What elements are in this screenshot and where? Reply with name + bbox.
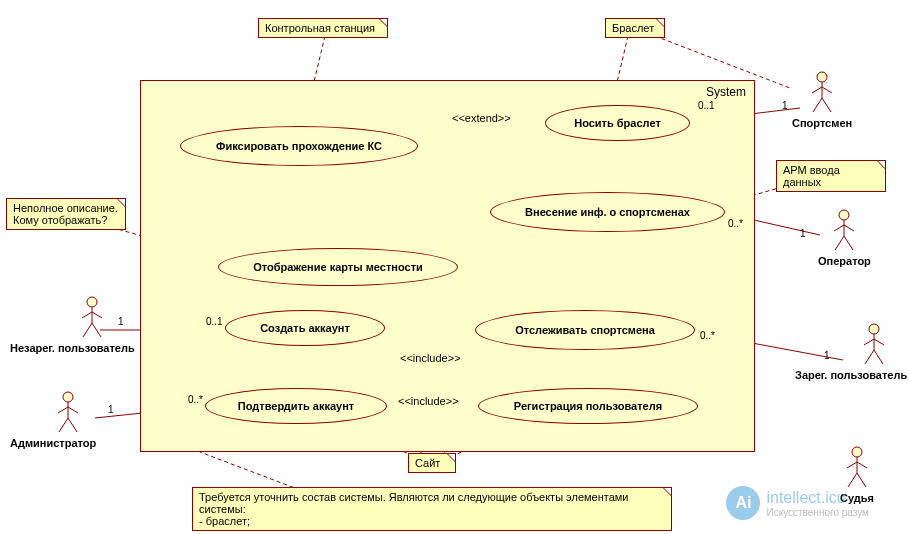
rel-include-label-2: <<include>> <box>400 352 461 364</box>
watermark-brand: intellect.icu <box>766 489 869 507</box>
svg-line-33 <box>864 339 874 345</box>
usecase-track-athlete: Отслеживать спортсмена <box>475 310 695 350</box>
usecase-wear-bracelet: Носить браслет <box>545 105 690 141</box>
svg-line-29 <box>835 236 844 250</box>
svg-line-39 <box>847 462 857 468</box>
mult-create-uc: 0..1 <box>206 316 223 327</box>
svg-point-31 <box>869 324 879 334</box>
svg-line-52 <box>68 407 78 413</box>
usecase-create-account: Создать аккаунт <box>225 310 385 346</box>
note-site: Сайт <box>408 453 456 473</box>
mult-operator: 1 <box>800 228 806 239</box>
note-bracelet: Браслет <box>605 18 665 38</box>
svg-line-42 <box>857 473 866 487</box>
note-composition: Требуется уточнить состав системы. Являю… <box>192 487 672 531</box>
svg-line-23 <box>813 98 822 112</box>
actor-operator: Оператор <box>818 208 871 267</box>
svg-line-40 <box>857 462 867 468</box>
svg-line-45 <box>82 312 92 318</box>
svg-line-22 <box>822 87 832 93</box>
usecase-enter-info: Внесение инф. о спортсменах <box>490 192 725 232</box>
mult-enter-uc: 0..* <box>728 218 743 229</box>
actor-reg-user: Зарег. пользователь <box>840 322 907 381</box>
watermark: Ai intellect.icu Искусственного разум <box>726 486 869 520</box>
svg-point-49 <box>63 392 73 402</box>
actor-label: Спортсмен <box>792 117 852 129</box>
rel-extend-label: <<extend>> <box>452 112 511 124</box>
svg-line-21 <box>812 87 822 93</box>
note-incomplete: Неполное описание. Кому отображать? <box>6 198 126 230</box>
svg-line-54 <box>68 418 77 432</box>
actor-label: Незарег. пользователь <box>10 342 135 354</box>
svg-line-51 <box>58 407 68 413</box>
note-control-station: Контрольная станция <box>258 18 388 38</box>
actor-label: Администратор <box>10 437 96 449</box>
mult-admin: 1 <box>108 404 114 415</box>
mult-sportsman: 1 <box>782 100 788 111</box>
usecase-show-map: Отображение карты местности <box>218 248 458 286</box>
actor-sportsman: Спортсмен <box>792 70 852 129</box>
svg-point-25 <box>839 210 849 220</box>
svg-line-47 <box>83 323 92 337</box>
mult-confirm-uc: 0..* <box>188 394 203 405</box>
svg-line-36 <box>874 350 883 364</box>
svg-line-24 <box>822 98 831 112</box>
usecase-register-user: Регистрация пользователя <box>478 388 698 424</box>
svg-line-48 <box>92 323 101 337</box>
actor-admin: Администратор <box>40 390 96 449</box>
svg-line-35 <box>865 350 874 364</box>
svg-point-43 <box>87 297 97 307</box>
svg-line-27 <box>834 225 844 231</box>
svg-line-41 <box>848 473 857 487</box>
svg-point-19 <box>817 72 827 82</box>
mult-reguser: 1 <box>824 350 830 361</box>
svg-line-30 <box>844 236 853 250</box>
actor-label: Зарег. пользователь <box>795 369 907 381</box>
system-label: System <box>706 85 746 99</box>
rel-include-label-1: <<include>> <box>398 395 459 407</box>
svg-line-53 <box>59 418 68 432</box>
svg-line-28 <box>844 225 854 231</box>
usecase-fix-kc: Фиксировать прохождение КС <box>180 126 418 166</box>
mult-wear-uc: 0..1 <box>698 100 715 111</box>
mult-track-uc: 0..* <box>700 330 715 341</box>
note-arm-input: АРМ ввода данных <box>776 160 886 192</box>
diagram-canvas: System Контрольная станция Браслет АРМ в… <box>0 0 909 534</box>
svg-line-46 <box>92 312 102 318</box>
actor-unreg-user: Незарег. пользователь <box>50 295 135 354</box>
svg-line-10 <box>200 452 300 490</box>
usecase-confirm-account: Подтвердить аккаунт <box>205 388 387 424</box>
svg-line-34 <box>874 339 884 345</box>
actor-label: Оператор <box>818 255 871 267</box>
watermark-icon: Ai <box>726 486 760 520</box>
watermark-tagline: Искусственного разум <box>766 507 869 518</box>
svg-point-37 <box>852 447 862 457</box>
